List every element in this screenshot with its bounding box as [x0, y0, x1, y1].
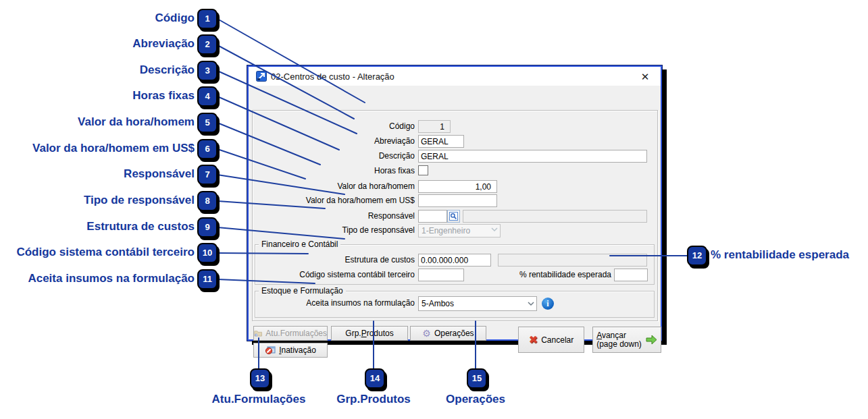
rentabilidade-label: % rentabilidade esperada	[451, 270, 611, 279]
callout-label-9: Estrutura de custos	[0, 220, 195, 233]
horas-fixas-label: Horas fixas	[254, 166, 415, 175]
responsavel-code-field[interactable]	[418, 210, 447, 223]
callout-label-6: Valor da hora/homem em US$	[0, 142, 195, 155]
cancel-x-icon: ✖	[529, 335, 538, 345]
aceita-insumos-label: Aceita insumos na formulação	[254, 298, 415, 308]
title-bar: 02-Centros de custo - Alteração ✕	[249, 67, 661, 86]
codigo-label: Código	[254, 121, 415, 131]
responsavel-search-button[interactable]	[447, 210, 460, 223]
close-button[interactable]: ✕	[638, 70, 653, 83]
callout-label-5: Valor da hora/homem	[0, 115, 195, 129]
callout-label-8: Tipo de responsável	[0, 194, 195, 207]
callout-label-12: % rentabilidade esperada	[711, 248, 849, 262]
callout-label-2: Abreviação	[0, 37, 195, 51]
operacoes-button[interactable]: ⚙ Operações	[410, 326, 486, 341]
grp-produtos-button[interactable]: Grp.Produtos	[331, 326, 408, 341]
abreviacao-field[interactable]	[418, 135, 464, 148]
info-icon[interactable]: i	[542, 298, 554, 310]
callout-label-4: Horas fixas	[0, 89, 195, 103]
cod-contabil-label: Código sistema contábil terceiro	[254, 270, 415, 279]
valor-hora-usd-label: Valor da hora/homem em US$	[254, 196, 415, 205]
estrutura-label: Estrutura de custos	[254, 255, 415, 264]
dialog-centros-de-custo: 02-Centros de custo - Alteração ✕ Código…	[247, 65, 662, 341]
avancar-button[interactable]: Avançar (page down)	[592, 327, 661, 353]
tipo-responsavel-label: Tipo de responsável	[254, 225, 415, 235]
valor-hora-usd-field[interactable]	[418, 194, 497, 207]
inativacao-button[interactable]: Inativação	[253, 343, 328, 358]
responsavel-label: Responsável	[254, 211, 415, 221]
grp-produtos-label: Grp.Produtos	[345, 329, 393, 338]
search-icon	[449, 212, 458, 221]
annotated-screenshot: Código Abreviação Descrição Horas fixas …	[0, 0, 868, 419]
estrutura-field[interactable]	[418, 254, 491, 267]
descricao-label: Descrição	[254, 151, 415, 161]
chevron-down-icon	[491, 227, 498, 232]
callout-label-10: Código sistema contábil terceiro	[0, 246, 195, 259]
callout-badge-5: 5	[197, 113, 218, 133]
callout-badge-15: 15	[467, 368, 487, 389]
rentabilidade-field[interactable]	[614, 269, 648, 281]
avancar-label: Avançar (page down)	[596, 331, 642, 349]
inativacao-label: Inativação	[279, 345, 316, 355]
window-title: 02-Centros de custo - Alteração	[271, 72, 394, 82]
operacoes-label: Operações	[434, 329, 474, 338]
advance-arrow-icon	[645, 335, 657, 345]
atu-formulacoes-button[interactable]: Atu.Formulações	[253, 326, 328, 341]
aceita-insumos-value: 5-Ambos	[422, 299, 454, 308]
callout-badge-1: 1	[197, 9, 218, 29]
fieldset-financeiro-label: Financeiro e Contábil	[259, 240, 340, 249]
codigo-field[interactable]	[418, 120, 451, 133]
callout-label-14: Grp.Produtos	[316, 393, 431, 406]
callout-badge-2: 2	[197, 34, 218, 55]
descricao-field[interactable]	[418, 150, 647, 163]
folder-icon	[254, 329, 262, 337]
callout-label-3: Descrição	[0, 63, 195, 77]
callout-badge-8: 8	[197, 191, 218, 211]
dialog-body: Código Abreviação Descrição Horas fixas …	[249, 86, 661, 339]
tipo-responsavel-value: 1-Engenheiro	[422, 226, 470, 235]
fieldset-estoque-label: Estoque e Formulação	[259, 286, 346, 296]
callout-label-13: Atu.Formulações	[201, 393, 316, 406]
callout-badge-13: 13	[250, 368, 270, 389]
tipo-responsavel-dropdown[interactable]: 1-Engenheiro	[418, 224, 501, 238]
valor-hora-label: Valor da hora/homem	[254, 181, 415, 191]
horas-fixas-checkbox[interactable]	[418, 165, 428, 175]
inactivate-icon	[265, 346, 276, 355]
callout-badge-11: 11	[197, 269, 218, 289]
estrutura-desc-field[interactable]	[498, 254, 647, 267]
callout-badge-6: 6	[197, 139, 218, 159]
callout-badge-7: 7	[197, 165, 218, 185]
callout-label-15: Operações	[418, 393, 533, 406]
callout-badge-10: 10	[197, 243, 218, 263]
callout-label-11: Aceita insumos na formulação	[0, 272, 195, 285]
app-icon	[256, 71, 267, 82]
callout-badge-14: 14	[365, 368, 385, 389]
atu-formulacoes-label: Atu.Formulações	[265, 329, 327, 338]
callout-label-7: Responsável	[0, 167, 195, 181]
callout-badge-12: 12	[687, 246, 707, 266]
callout-badge-4: 4	[197, 86, 218, 107]
gear-icon: ⚙	[422, 329, 431, 338]
cancelar-label: Cancelar	[541, 335, 573, 345]
responsavel-name-field[interactable]	[463, 210, 647, 223]
callout-badge-3: 3	[197, 61, 218, 81]
chevron-down-icon	[528, 302, 534, 306]
aceita-insumos-dropdown[interactable]: 5-Ambos	[418, 296, 537, 311]
callout-label-1: Código	[0, 11, 195, 25]
valor-hora-field[interactable]	[418, 180, 497, 193]
abreviacao-label: Abreviação	[254, 136, 415, 146]
callout-badge-9: 9	[197, 217, 218, 238]
cancelar-button[interactable]: ✖ Cancelar	[518, 327, 584, 353]
